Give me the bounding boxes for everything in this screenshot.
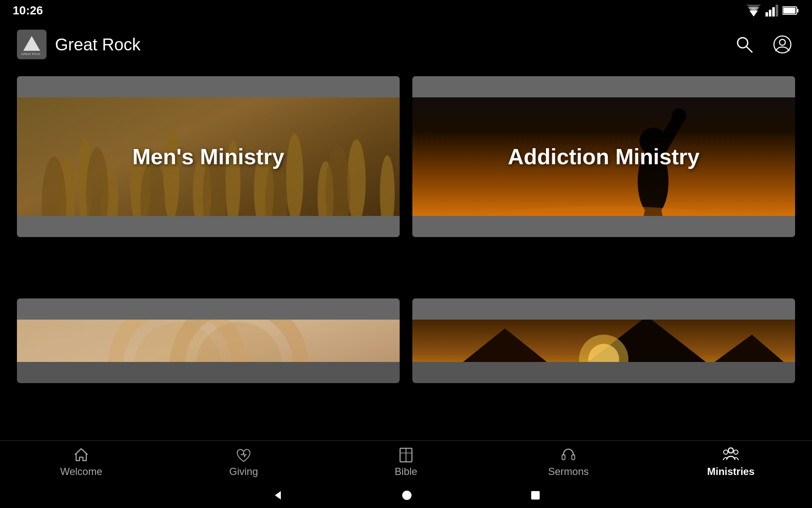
back-button[interactable] — [272, 489, 283, 501]
svg-rect-9 — [783, 8, 796, 14]
app-title: Great Rock — [55, 35, 140, 54]
bible-icon — [398, 446, 414, 463]
search-icon — [735, 35, 754, 54]
svg-rect-3 — [765, 12, 768, 17]
app-bar: GREAT ROCK Great Rock — [0, 21, 812, 68]
nav-giving[interactable]: Giving — [214, 446, 273, 478]
svg-rect-50 — [17, 320, 400, 362]
card-footer — [17, 216, 400, 237]
giving-icon — [235, 446, 252, 463]
nav-bible[interactable]: Bible — [376, 446, 436, 478]
svg-point-16 — [779, 39, 785, 45]
svg-rect-4 — [769, 10, 771, 17]
home-icon — [73, 446, 90, 463]
home-button[interactable] — [402, 490, 412, 500]
rings-svg — [17, 320, 400, 362]
mens-ministry-card[interactable]: Men's Ministry — [17, 76, 400, 237]
status-time: 10:26 — [13, 4, 43, 17]
mens-ministry-label: Men's Ministry — [132, 144, 284, 169]
card-footer-2 — [412, 216, 795, 237]
nav-ministries[interactable]: Ministries — [701, 446, 760, 478]
svg-point-75 — [402, 491, 411, 500]
sunset-svg — [412, 320, 795, 362]
card-image-4 — [412, 320, 795, 362]
addiction-ministry-label: Addiction Ministry — [508, 144, 700, 169]
account-button[interactable] — [770, 32, 795, 57]
nav-sermons-label: Sermons — [548, 466, 589, 478]
svg-rect-5 — [772, 7, 775, 17]
svg-text:GREAT ROCK: GREAT ROCK — [21, 52, 41, 55]
nav-welcome[interactable]: Welcome — [52, 446, 111, 478]
card-4[interactable] — [412, 298, 795, 383]
main-content: Men's Ministry — [0, 68, 812, 440]
status-bar: 10:26 — [0, 0, 812, 21]
svg-rect-76 — [531, 491, 540, 500]
nav-giving-label: Giving — [229, 466, 258, 478]
svg-point-73 — [734, 450, 738, 454]
nav-sermons[interactable]: Sermons — [539, 446, 598, 478]
nav-bible-label: Bible — [395, 466, 417, 478]
system-nav-bar — [0, 483, 812, 508]
svg-line-14 — [746, 47, 752, 52]
status-icons — [746, 5, 799, 17]
svg-point-72 — [724, 450, 728, 454]
home-circle-icon — [402, 490, 412, 500]
svg-marker-74 — [275, 491, 281, 500]
addiction-ministry-card[interactable]: Addiction Ministry — [412, 76, 795, 237]
headphones-icon — [560, 446, 577, 463]
nav-welcome-label: Welcome — [60, 466, 102, 478]
card-header-4 — [412, 298, 795, 320]
recents-icon — [530, 490, 540, 500]
svg-point-71 — [728, 448, 733, 453]
card-3[interactable] — [17, 298, 400, 383]
battery-icon — [782, 6, 799, 15]
back-icon — [272, 489, 283, 501]
card-image-3 — [17, 320, 400, 362]
app-bar-left: GREAT ROCK Great Rock — [17, 30, 140, 59]
bottom-nav: Welcome Giving Bible Sermons — [0, 440, 812, 483]
ministries-icon — [722, 446, 739, 463]
svg-rect-6 — [776, 5, 778, 17]
account-icon — [773, 35, 792, 54]
wifi-icon — [746, 5, 761, 17]
svg-point-41 — [672, 108, 686, 123]
app-logo: GREAT ROCK — [17, 30, 47, 59]
svg-rect-8 — [797, 9, 798, 12]
app-bar-right — [732, 32, 795, 57]
search-button[interactable] — [732, 32, 757, 57]
recents-button[interactable] — [530, 490, 540, 500]
card-header — [17, 76, 400, 97]
card-header-3 — [17, 298, 400, 320]
card-header-2 — [412, 76, 795, 97]
nav-ministries-label: Ministries — [707, 466, 754, 478]
signal-icon — [765, 5, 778, 17]
